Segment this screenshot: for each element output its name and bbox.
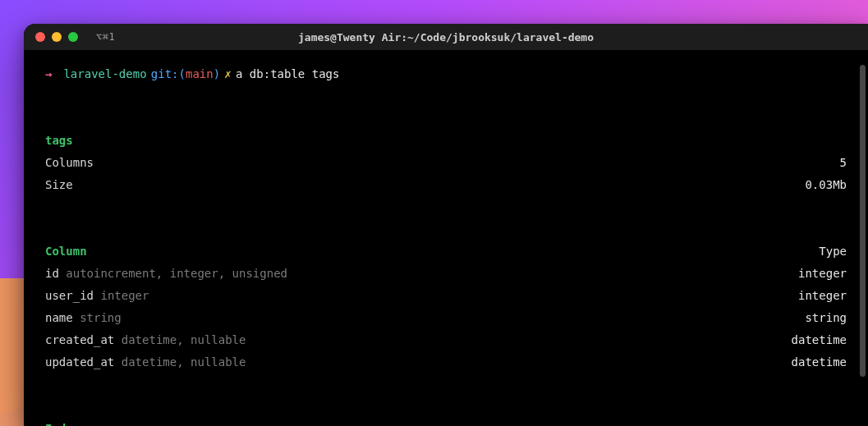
column-name: id <box>45 267 59 280</box>
dotted-fill <box>154 288 793 300</box>
summary-label: Size <box>45 174 78 196</box>
column-row: updated_at datetime, nullabledatetime <box>45 351 847 373</box>
columns-header-right: Type <box>814 240 847 263</box>
column-type: string <box>800 307 847 329</box>
prompt-branch: main <box>186 63 214 85</box>
scrollbar[interactable] <box>860 65 866 377</box>
summary-value: 5 <box>835 152 847 174</box>
column-name: user_id <box>45 289 94 302</box>
dotted-fill <box>92 244 815 255</box>
dotted-fill <box>78 177 801 189</box>
column-left: name string <box>45 307 126 329</box>
column-left: user_id integer <box>45 285 154 307</box>
column-type: datetime <box>787 351 847 373</box>
dotted-fill <box>85 421 847 426</box>
column-type: integer <box>793 285 847 307</box>
summary-row: Size0.03Mb <box>45 174 847 196</box>
columns-header-row: Column Type <box>45 240 847 263</box>
window-title: james@Twenty Air:~/Code/jbrooksuk/larave… <box>24 31 868 44</box>
terminal-content[interactable]: → laravel-demo git:( main ) ✗ a db:table… <box>24 50 868 426</box>
dotted-fill <box>250 355 786 366</box>
column-row: created_at datetime, nullabledatetime <box>45 329 847 351</box>
summary-value: 0.03Mb <box>800 174 847 196</box>
prompt-dirty-icon: ✗ <box>224 63 231 85</box>
column-left: updated_at datetime, nullable <box>45 351 250 373</box>
column-type: datetime <box>787 329 847 351</box>
column-name: name <box>45 311 73 324</box>
column-type: integer <box>793 263 847 285</box>
prompt-line: → laravel-demo git:( main ) ✗ a db:table… <box>45 63 847 85</box>
summary-row: Columns5 <box>45 152 847 174</box>
prompt-git-close: ) <box>214 63 220 85</box>
titlebar[interactable]: ⌥⌘1 james@Twenty Air:~/Code/jbrooksuk/la… <box>24 24 868 50</box>
column-row: user_id integerinteger <box>45 285 847 307</box>
zoom-icon[interactable] <box>68 32 78 42</box>
close-icon[interactable] <box>35 32 45 42</box>
column-left: id autoincrement, integer, unsigned <box>45 263 292 285</box>
columns-header: Column <box>45 240 92 263</box>
column-name: updated_at <box>45 355 114 369</box>
prompt-git: git:( <box>151 63 186 85</box>
column-left: created_at datetime, nullable <box>45 329 250 351</box>
column-attrs: string <box>80 311 122 324</box>
tab-label[interactable]: ⌥⌘1 <box>96 31 115 43</box>
column-attrs: integer <box>100 289 149 302</box>
prompt-arrow-icon: → <box>45 63 52 85</box>
dotted-fill <box>250 332 786 344</box>
dotted-fill <box>126 310 801 322</box>
column-row: name stringstring <box>45 307 847 329</box>
prompt-dir: laravel-demo <box>63 63 146 85</box>
indexes-header: Index <box>45 418 85 426</box>
prompt-command: a db:table tags <box>236 63 339 85</box>
terminal-window: ⌥⌘1 james@Twenty Air:~/Code/jbrooksuk/la… <box>24 24 868 426</box>
summary-header-row: tags <box>45 130 847 152</box>
window-controls <box>35 32 78 42</box>
dotted-fill <box>99 155 835 167</box>
minimize-icon[interactable] <box>52 32 62 42</box>
column-row: id autoincrement, integer, unsignedinteg… <box>45 263 847 285</box>
indexes-header-row: Index <box>45 418 847 426</box>
column-attrs: autoincrement, integer, unsigned <box>66 267 287 280</box>
column-attrs: datetime, nullable <box>122 355 246 369</box>
column-name: created_at <box>45 333 114 346</box>
column-attrs: datetime, nullable <box>122 333 246 346</box>
dotted-fill <box>292 266 793 277</box>
summary-label: Columns <box>45 152 99 174</box>
dotted-fill <box>78 133 847 144</box>
summary-header: tags <box>45 130 78 152</box>
